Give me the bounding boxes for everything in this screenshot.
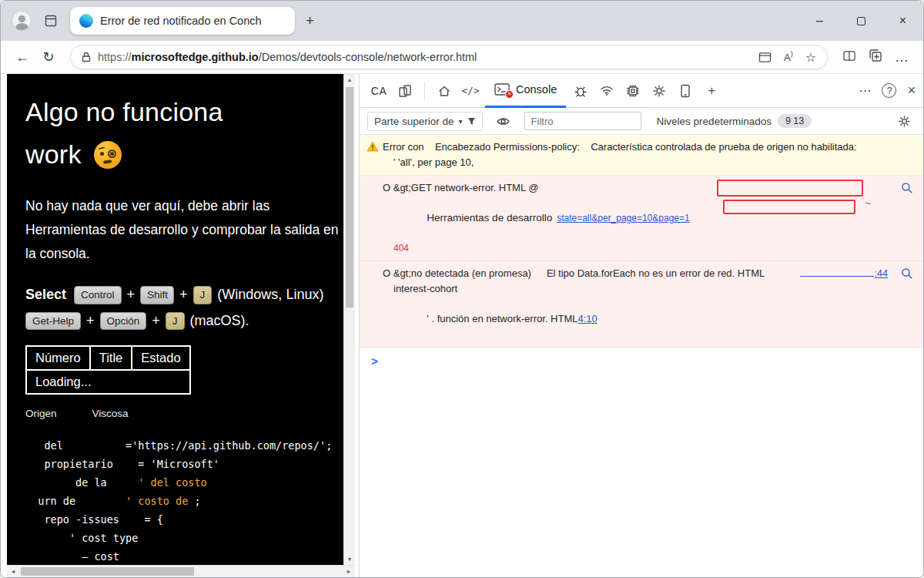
console-settings-gear-icon[interactable] bbox=[892, 109, 916, 133]
console-prompt[interactable]: > bbox=[360, 348, 923, 368]
address-bar[interactable]: https://microsoftedge.github.io/Demos/de… bbox=[70, 45, 828, 69]
devtools-close-icon[interactable]: × bbox=[907, 82, 916, 99]
content-area: Algo no funciona work No hay nada que ve… bbox=[1, 74, 923, 577]
code-line: de la ' del costo bbox=[25, 473, 340, 492]
avatar-head-shape bbox=[18, 15, 25, 22]
key-command: Get-Help bbox=[25, 312, 81, 331]
key-shift: Shift bbox=[140, 286, 174, 304]
devtools-toolbar-right: ⋯ ? × bbox=[859, 82, 916, 99]
issues-table: Número Title Estado Loading... bbox=[25, 345, 191, 395]
source-label-origen[interactable]: Origen bbox=[25, 408, 57, 419]
console-tab-label: Console bbox=[516, 83, 557, 96]
network-wifi-icon[interactable] bbox=[595, 79, 618, 102]
more-tools-plus-icon[interactable]: + bbox=[700, 79, 723, 102]
column-header-numero: Número bbox=[26, 346, 90, 370]
elements-tab-icon[interactable]: </> bbox=[459, 79, 482, 102]
back-button[interactable]: ← bbox=[13, 49, 32, 66]
select-label: Select bbox=[25, 287, 66, 303]
new-tab-button[interactable]: + bbox=[306, 12, 314, 29]
emoji-eyes bbox=[100, 152, 104, 156]
refresh-button[interactable]: ↻ bbox=[39, 49, 58, 66]
close-window-button[interactable]: × bbox=[899, 15, 906, 27]
promise-error-line-3: ' . función en network-error. HTML4:10 bbox=[383, 296, 888, 341]
code-text: propietario = 'Microsoft' bbox=[25, 458, 219, 470]
tab-actions-icon[interactable] bbox=[41, 11, 61, 31]
tab-console[interactable]: × Console bbox=[485, 74, 566, 108]
lock-icon bbox=[82, 52, 91, 62]
stack-frame-text: ' . función en network-error. HTML bbox=[427, 313, 578, 324]
code-text: del ='https://api.github.com/repos/'; bbox=[25, 439, 332, 452]
horizontal-scrollbar[interactable]: ◄ ► bbox=[7, 565, 355, 577]
read-aloud-icon[interactable]: A) bbox=[784, 52, 793, 63]
red-squiggle: ~ bbox=[865, 196, 871, 211]
live-expression-eye-icon[interactable] bbox=[492, 109, 515, 133]
browser-menu-icon[interactable]: … bbox=[892, 49, 911, 66]
devtools-help-icon[interactable]: ? bbox=[882, 83, 896, 98]
magnifier-icon[interactable] bbox=[901, 182, 913, 199]
collections-icon[interactable] bbox=[866, 49, 885, 66]
profile-avatar[interactable] bbox=[12, 11, 32, 31]
url-domain: microsoftedge.github.io bbox=[132, 51, 259, 63]
table-loading-row: Loading... bbox=[26, 370, 190, 394]
browser-tab[interactable]: Error de red notificado en Conch bbox=[70, 7, 295, 35]
column-header-title: Title bbox=[90, 346, 132, 370]
read-aloud-letter: A bbox=[784, 52, 791, 63]
code-string: ' del costo bbox=[138, 476, 206, 489]
promise-error-line-2: interest-cohort bbox=[383, 281, 888, 297]
url-scheme: https:// bbox=[98, 51, 132, 63]
plus-sign: + bbox=[179, 287, 188, 303]
tab-title: Error de red notificado en Conch bbox=[100, 15, 262, 27]
heading-line1: Algo no funciona bbox=[25, 97, 223, 126]
scroll-up-arrow[interactable]: ▲ bbox=[344, 74, 355, 86]
warning-triangle-icon bbox=[367, 141, 379, 152]
console-filter-bar: Parte superior de ▾ Niveles predetermina… bbox=[360, 108, 923, 135]
minimize-button[interactable]: – bbox=[816, 15, 823, 27]
maximize-button[interactable] bbox=[857, 17, 865, 25]
debugger-bug-icon[interactable] bbox=[569, 79, 592, 102]
source-link-underline[interactable] bbox=[800, 268, 874, 277]
source-line-link[interactable]: :44 bbox=[875, 267, 888, 281]
page-heading: Algo no funciona work bbox=[25, 91, 340, 176]
promise-error-left: O &gt;no detectada (en promesa) bbox=[383, 266, 531, 281]
code-text: repo -issues = { bbox=[25, 513, 163, 526]
settings-gear-icon[interactable] bbox=[648, 79, 671, 102]
plus-sign: + bbox=[152, 313, 160, 329]
emoji-brow bbox=[98, 146, 105, 152]
stack-frame-link[interactable]: 4:10 bbox=[578, 313, 597, 324]
split-screen-icon[interactable] bbox=[840, 49, 859, 66]
request-url-link[interactable]: state=all&per_page=10&page=1 bbox=[557, 213, 689, 223]
devtools-menu-icon[interactable]: ⋯ bbox=[859, 83, 871, 98]
console-filter-input[interactable] bbox=[524, 112, 641, 130]
scroll-right-arrow[interactable]: ► bbox=[343, 566, 355, 577]
vertical-scroll-track[interactable] bbox=[344, 86, 355, 553]
promise-error-right: El tipo Data.forEach no es un error de r… bbox=[547, 266, 765, 281]
avatar-body-shape bbox=[15, 23, 28, 31]
home-tab-icon[interactable] bbox=[433, 79, 456, 102]
emoji-monocle bbox=[108, 150, 116, 158]
scroll-down-arrow[interactable]: ▼ bbox=[344, 553, 355, 565]
heading-line2: work bbox=[25, 139, 82, 169]
code-line: ' cost type bbox=[25, 529, 340, 547]
log-levels-dropdown[interactable]: Niveles predeterminados 9 13 bbox=[657, 114, 812, 128]
code-text: ' cost type bbox=[25, 532, 138, 544]
memory-chip-icon[interactable] bbox=[621, 79, 644, 102]
frame-selector-label: Parte superior de bbox=[374, 116, 454, 127]
navigation-bar: ← ↻ https://microsoftedge.github.io/Demo… bbox=[1, 41, 923, 74]
install-app-icon[interactable] bbox=[758, 52, 772, 63]
horizontal-scroll-thumb[interactable] bbox=[21, 567, 194, 576]
device-tablet-icon[interactable] bbox=[674, 79, 697, 102]
console-error-badge: × bbox=[505, 90, 514, 99]
source-label-viscosa[interactable]: Viscosa bbox=[92, 408, 129, 419]
vertical-scroll-thumb[interactable] bbox=[346, 87, 353, 307]
key-option: Opción bbox=[100, 312, 147, 331]
read-aloud-wave: ) bbox=[791, 50, 793, 58]
horizontal-scroll-track[interactable] bbox=[19, 566, 343, 577]
scroll-left-arrow[interactable]: ◄ bbox=[7, 566, 19, 577]
frame-context-selector[interactable]: Parte superior de ▾ bbox=[367, 112, 483, 131]
webpage-content: Algo no funciona work No hay nada que ve… bbox=[7, 74, 343, 565]
inspect-tool-button[interactable]: CA bbox=[367, 79, 390, 102]
vertical-scrollbar[interactable]: ▲ ▼ bbox=[343, 74, 355, 565]
device-emulation-icon[interactable] bbox=[393, 79, 417, 102]
favorite-star-icon[interactable]: ☆ bbox=[805, 50, 816, 65]
magnifier-icon[interactable] bbox=[901, 267, 913, 284]
